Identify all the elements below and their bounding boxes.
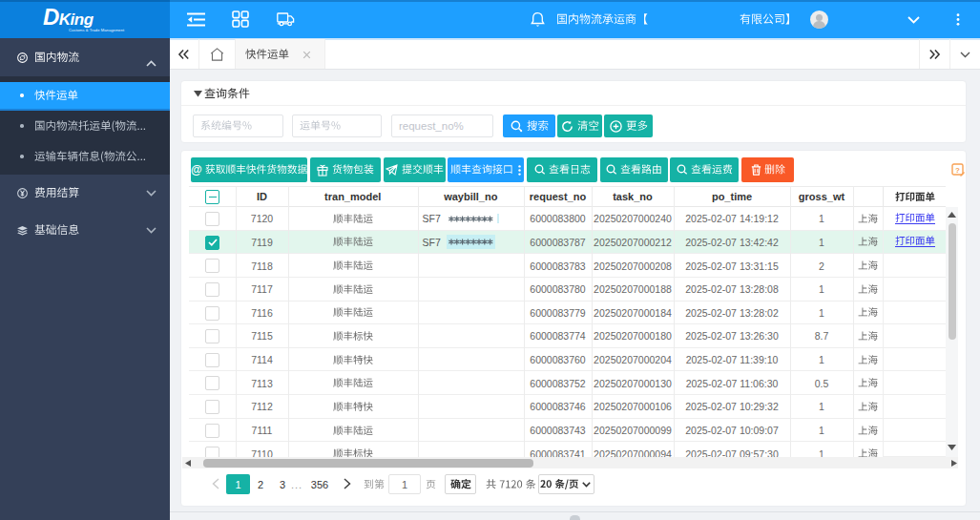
svg-text:?: ? (955, 166, 960, 175)
